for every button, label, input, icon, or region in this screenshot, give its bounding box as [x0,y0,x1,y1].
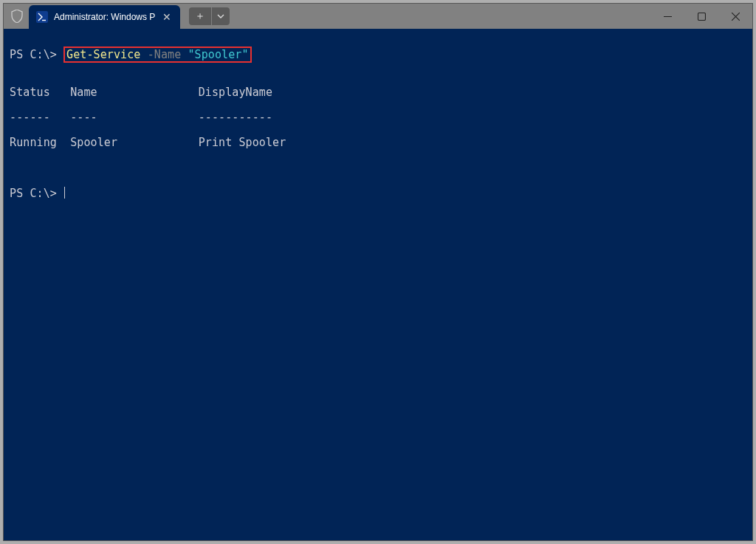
new-tab-group: ＋ [189,7,230,25]
maximize-button[interactable] [684,4,718,29]
param-name: -Name [141,48,188,61]
svg-rect-2 [698,13,705,20]
admin-shield-icon [10,9,24,24]
tab-title: Administrator: Windows Powe [54,12,155,22]
command-line-1: PS C:\> Get-Service -Name "Spooler" [10,49,746,61]
new-tab-button[interactable]: ＋ [189,7,211,25]
cursor [64,187,65,199]
output-row: Running Spooler Print Spooler [10,137,746,149]
terminal-body[interactable]: PS C:\> Get-Service -Name "Spooler" Stat… [4,29,752,540]
prompt: PS C:\> [10,48,63,61]
command-line-2: PS C:\> [10,187,746,200]
param-value: "Spooler" [188,48,248,61]
tab-close-button[interactable]: ✕ [161,11,173,23]
prompt: PS C:\> [10,187,63,200]
output-separator: ------ ---- ----------- [10,111,746,124]
window-controls [650,4,752,29]
close-button[interactable] [718,4,752,29]
active-tab[interactable]: Administrator: Windows Powe ✕ [29,5,180,29]
powershell-icon [36,11,48,23]
minimize-button[interactable] [650,4,684,29]
output-header: Status Name DisplayName [10,86,746,99]
tab-dropdown-button[interactable] [212,7,230,25]
cmdlet-name: Get-Service [66,48,140,61]
titlebar: Administrator: Windows Powe ✕ ＋ [4,4,752,29]
command-highlight: Get-Service -Name "Spooler" [63,47,252,63]
terminal-window: Administrator: Windows Powe ✕ ＋ PS C:\> … [3,3,753,541]
